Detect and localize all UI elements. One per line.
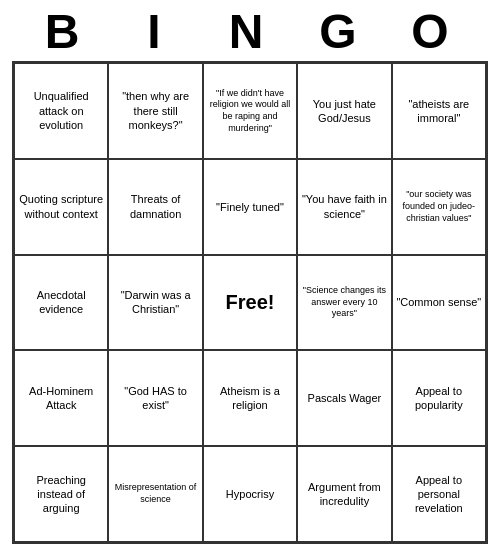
bingo-cell-15: Ad-Hominem Attack [14, 350, 108, 446]
bingo-cell-0: Unqualified attack on evolution [14, 63, 108, 159]
bingo-cell-7: "Finely tuned" [203, 159, 297, 255]
bingo-cell-8: "You have faith in science" [297, 159, 391, 255]
bingo-cell-14: "Common sense" [392, 255, 486, 351]
bingo-cell-4: "atheists are immoral" [392, 63, 486, 159]
bingo-cell-6: Threats of damnation [108, 159, 202, 255]
bingo-cell-10: Anecdotal evidence [14, 255, 108, 351]
bingo-cell-2: "If we didn't have religion we would all… [203, 63, 297, 159]
title-letter-b: B [26, 4, 106, 59]
bingo-cell-24: Appeal to personal revelation [392, 446, 486, 542]
bingo-cell-22: Hypocrisy [203, 446, 297, 542]
bingo-cell-18: Pascals Wager [297, 350, 391, 446]
bingo-cell-13: "Science changes its answer every 10 yea… [297, 255, 391, 351]
bingo-title: B I N G O [20, 0, 480, 61]
bingo-cell-19: Appeal to popularity [392, 350, 486, 446]
bingo-cell-1: "then why are there still monkeys?" [108, 63, 202, 159]
title-letter-g: G [302, 4, 382, 59]
bingo-cell-23: Argument from incredulity [297, 446, 391, 542]
title-letter-o: O [394, 4, 474, 59]
bingo-cell-11: "Darwin was a Christian" [108, 255, 202, 351]
bingo-cell-9: "our society was founded on judeo-christ… [392, 159, 486, 255]
bingo-cell-3: You just hate God/Jesus [297, 63, 391, 159]
title-letter-i: I [118, 4, 198, 59]
bingo-cell-5: Quoting scripture without context [14, 159, 108, 255]
bingo-cell-12: Free! [203, 255, 297, 351]
bingo-grid: Unqualified attack on evolution"then why… [12, 61, 488, 544]
bingo-cell-16: "God HAS to exist" [108, 350, 202, 446]
bingo-cell-20: Preaching instead of arguing [14, 446, 108, 542]
title-letter-n: N [210, 4, 290, 59]
bingo-cell-17: Atheism is a religion [203, 350, 297, 446]
bingo-cell-21: Misrepresentation of science [108, 446, 202, 542]
